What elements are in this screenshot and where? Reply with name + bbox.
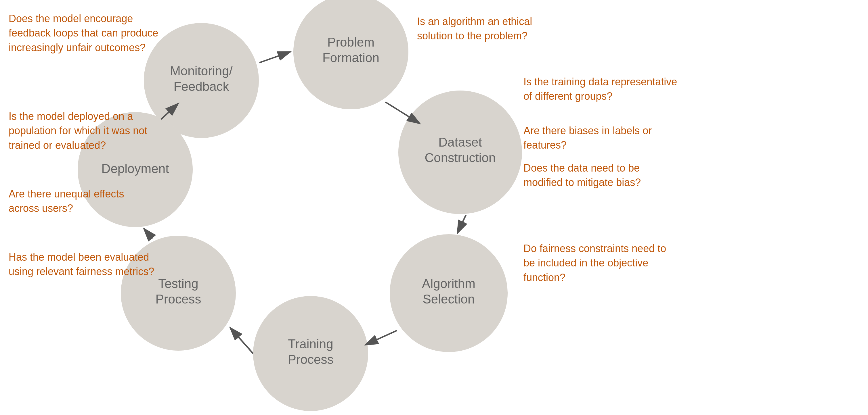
- monitoring-label: Monitoring/: [170, 64, 233, 78]
- algorithm-label: Algorithm: [422, 276, 475, 290]
- annotation-deployed: Is the model deployed on a population fo…: [9, 109, 158, 152]
- arrow-problem-to-dataset: [385, 102, 420, 124]
- annotation-ethical: Is an algorithm an ethical solution to t…: [417, 14, 561, 43]
- arrow-dataset-to-algorithm: [457, 215, 466, 233]
- problem-label: Problem: [327, 35, 374, 49]
- monitoring-label2: Feedback: [174, 79, 229, 94]
- arrow-algorithm-to-training: [365, 331, 397, 345]
- testing-label: Testing: [158, 276, 198, 290]
- dataset-label2: Construction: [425, 150, 496, 165]
- dataset-construction-circle: [398, 91, 522, 214]
- arrow-monitoring-to-problem: [259, 52, 290, 63]
- deployment-label: Deployment: [101, 162, 169, 176]
- testing-label2: Process: [156, 292, 201, 306]
- problem-formation-circle: [293, 0, 408, 109]
- problem-label2: Formation: [322, 50, 379, 65]
- annotation-unequal: Are there unequal effects across users?: [9, 187, 147, 216]
- arrow-testing-to-deployment: [144, 229, 152, 239]
- training-label2: Process: [288, 352, 334, 367]
- arrow-deployment-to-monitoring: [161, 103, 178, 119]
- training-label: Training: [288, 337, 333, 351]
- annotation-modify: Does the data need to be modified to mit…: [523, 161, 679, 190]
- algorithm-selection-circle: [390, 234, 508, 352]
- dataset-label: Dataset: [438, 135, 482, 149]
- annotation-fairness-metrics: Has the model been evaluated using relev…: [9, 250, 164, 279]
- annotation-feedback-loops: Does the model encourage feedback loops …: [9, 11, 170, 55]
- annotation-biases: Are there biases in labels or features?: [523, 124, 679, 152]
- training-process-circle: [253, 296, 368, 411]
- annotation-fairness-constraints: Do fairness constraints need to be inclu…: [523, 241, 679, 285]
- arrow-training-to-testing: [230, 327, 253, 353]
- algorithm-label2: Selection: [423, 292, 474, 306]
- annotation-training-data: Is the training data representative of d…: [523, 75, 684, 104]
- diagram-container: Monitoring/ Feedback Problem Formation D…: [0, 0, 868, 415]
